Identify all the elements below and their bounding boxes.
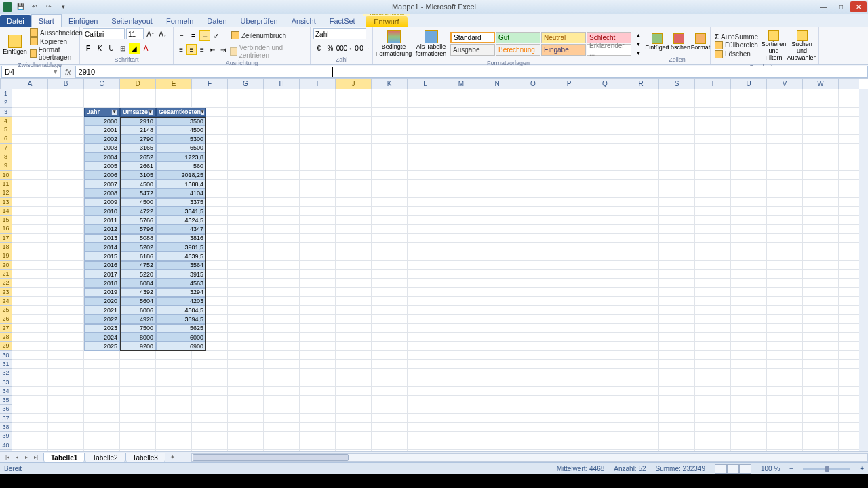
table-cell[interactable]: 3541,5 — [156, 207, 206, 216]
tab-start[interactable]: Start — [31, 14, 62, 27]
border-button[interactable]: ⊞ — [117, 43, 128, 54]
zoom-out-button[interactable]: − — [789, 465, 793, 472]
row-header-13[interactable]: 13 — [0, 198, 12, 207]
clear-button[interactable]: Löschen — [713, 50, 760, 58]
currency-button[interactable]: € — [313, 43, 324, 54]
table-cell[interactable]: 5604 — [120, 297, 156, 306]
table-row[interactable]: 201647523564 — [84, 261, 206, 270]
table-row[interactable]: 202056044203 — [84, 297, 206, 306]
table-cell[interactable]: 4203 — [156, 297, 206, 306]
sheet-tab-1[interactable]: Tabelle1 — [43, 453, 85, 462]
row-header-6[interactable]: 6 — [0, 134, 12, 143]
table-cell[interactable]: 2015 — [84, 251, 120, 260]
tab-insert[interactable]: Einfügen — [62, 15, 104, 27]
select-all-corner[interactable] — [0, 79, 12, 89]
new-sheet-button[interactable]: ✦ — [168, 453, 178, 462]
horizontal-scrollbar[interactable] — [191, 453, 868, 462]
table-cell[interactable]: 3915 — [156, 270, 206, 279]
col-header-O[interactable]: O — [515, 79, 551, 89]
styles-up-button[interactable]: ▴ — [633, 30, 644, 39]
filter-dropdown-icon[interactable]: ▾ — [148, 109, 153, 115]
table-cell[interactable]: 3816 — [156, 234, 206, 243]
tab-view[interactable]: Ansicht — [285, 15, 323, 27]
table-row[interactable]: 201752203915 — [84, 270, 206, 279]
row-header-30[interactable]: 30 — [0, 351, 12, 360]
table-cell[interactable]: 560 — [156, 161, 206, 170]
table-row[interactable]: 201157664324,5 — [84, 216, 206, 224]
qat-redo[interactable]: ↷ — [43, 1, 55, 12]
filter-dropdown-icon[interactable]: ▾ — [201, 109, 205, 115]
table-cell[interactable]: 4347 — [156, 224, 206, 233]
row-header-11[interactable]: 11 — [0, 180, 12, 188]
align-right-button[interactable]: ≡ — [197, 44, 207, 55]
cell-style-4[interactable]: Ausgabe — [450, 44, 495, 56]
table-cell[interactable]: 2011 — [84, 216, 120, 224]
cell-style-1[interactable]: Gut — [496, 32, 540, 43]
increase-decimal-button[interactable]: ←0 — [348, 43, 359, 54]
table-row[interactable]: 200945003375 — [84, 198, 206, 207]
row-header-27[interactable]: 27 — [0, 324, 12, 333]
row-header-32[interactable]: 32 — [0, 369, 12, 378]
row-header-29[interactable]: 29 — [0, 342, 12, 350]
col-header-W[interactable]: W — [803, 79, 839, 89]
format-as-table-button[interactable]: Als Tabelle formatieren — [413, 28, 449, 59]
table-cell[interactable]: 6000 — [156, 333, 206, 342]
number-format-select[interactable] — [313, 28, 366, 39]
table-row[interactable]: 200426521723,8 — [84, 152, 206, 161]
cell-style-3[interactable]: Schlecht — [587, 32, 631, 43]
qat-undo[interactable]: ↶ — [28, 1, 41, 12]
cell-style-2[interactable]: Neutral — [541, 32, 586, 43]
col-header-P[interactable]: P — [551, 79, 587, 89]
percent-button[interactable]: % — [325, 43, 336, 54]
table-cell[interactable]: 2148 — [120, 125, 156, 134]
sheet-tab-2[interactable]: Tabelle2 — [85, 453, 125, 462]
col-header-Q[interactable]: Q — [587, 79, 623, 89]
table-cell[interactable]: 2002 — [84, 134, 120, 143]
sheet-nav-prev[interactable]: ◂ — [12, 453, 22, 462]
close-button[interactable]: ✕ — [850, 1, 867, 12]
row-header-40[interactable]: 40 — [0, 441, 12, 450]
col-header-N[interactable]: N — [479, 79, 515, 89]
italic-button[interactable]: K — [94, 43, 105, 54]
table-cell[interactable]: 4639,5 — [156, 251, 206, 260]
col-header-M[interactable]: M — [443, 79, 479, 89]
table-cell[interactable]: 5796 — [120, 224, 156, 233]
table-cell[interactable]: 2652 — [120, 152, 156, 161]
table-cell[interactable]: 6006 — [120, 306, 156, 314]
tab-design[interactable]: Entwurf — [366, 16, 407, 27]
table-cell[interactable]: 6900 — [156, 342, 206, 350]
table-cell[interactable]: 3105 — [120, 171, 156, 180]
vertical-scrollbar[interactable] — [859, 89, 868, 451]
tab-formulas[interactable]: Formeln — [159, 15, 200, 27]
row-header-35[interactable]: 35 — [0, 396, 12, 405]
table-header-0[interactable]: Jahr▾ — [84, 108, 120, 117]
table-cell[interactable]: 2008 — [84, 188, 120, 197]
zoom-thumb[interactable] — [825, 466, 829, 472]
row-header-18[interactable]: 18 — [0, 243, 12, 251]
table-cell[interactable]: 3165 — [120, 144, 156, 152]
table-cell[interactable]: 2009 — [84, 198, 120, 207]
cell-style-0[interactable]: Standard — [450, 32, 495, 43]
copy-button[interactable]: Kopieren — [28, 37, 84, 45]
increase-indent-button[interactable]: ⇥ — [218, 44, 228, 55]
table-cell[interactable]: 4504,5 — [156, 306, 206, 314]
column-headers[interactable]: ABCDEFGHIJKLMNOPQRSTUVW — [12, 79, 859, 89]
cut-button[interactable]: Ausschneiden — [28, 28, 84, 37]
format-cells-button[interactable]: Format — [690, 32, 711, 53]
table-row[interactable]: 200331656500 — [84, 144, 206, 152]
table-cell[interactable]: 4500 — [120, 180, 156, 188]
autosum-button[interactable]: ΣAutoSumme — [713, 33, 760, 41]
table-row[interactable]: 20052661560 — [84, 161, 206, 170]
col-header-G[interactable]: G — [228, 79, 264, 89]
table-cell[interactable]: 4104 — [156, 188, 206, 197]
row-header-23[interactable]: 23 — [0, 288, 12, 297]
row-header-34[interactable]: 34 — [0, 387, 12, 396]
row-header-9[interactable]: 9 — [0, 161, 12, 170]
cell-style-5[interactable]: Berechnung — [496, 44, 540, 56]
table-cell[interactable]: 4324,5 — [156, 216, 206, 224]
filter-dropdown-icon[interactable]: ▾ — [111, 109, 117, 115]
table-cell[interactable]: 2023 — [84, 324, 120, 333]
row-header-12[interactable]: 12 — [0, 188, 12, 197]
table-cell[interactable]: 2012 — [84, 224, 120, 233]
table-cell[interactable]: 2005 — [84, 161, 120, 170]
